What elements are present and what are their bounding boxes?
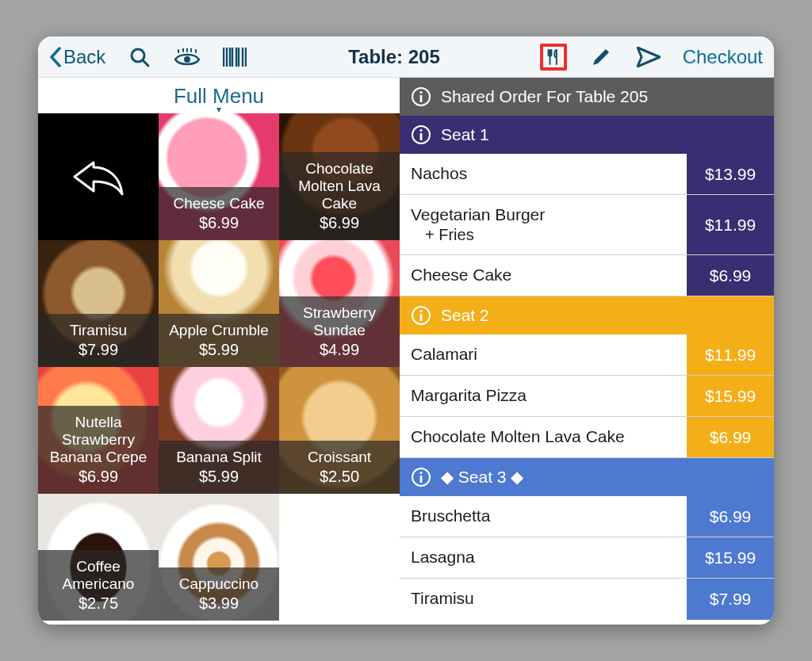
- line-price: $13.99: [687, 154, 774, 194]
- svg-rect-4: [420, 95, 423, 102]
- order-panel: Shared Order For Table 205 Seat 1 Nachos…: [400, 78, 774, 625]
- info-icon: [411, 305, 431, 326]
- search-icon[interactable]: [126, 44, 153, 71]
- menu-header[interactable]: Full Menu ▾: [38, 78, 400, 113]
- line-price: $15.99: [687, 376, 774, 416]
- menu-panel: Full Menu ▾ Cheese Cake$6.99 Chocolate M…: [38, 78, 400, 625]
- info-icon: [411, 467, 431, 487]
- top-bar: Back Table: 205 Checkout: [38, 36, 774, 78]
- checkout-button[interactable]: Checkout: [683, 46, 763, 68]
- order-header-label: Shared Order For Table 205: [441, 87, 648, 106]
- pos-screen: Back Table: 205 Checkout Full Menu: [38, 36, 774, 625]
- svg-rect-13: [420, 476, 423, 483]
- menu-item[interactable]: Banana Split$5.99: [159, 367, 279, 494]
- line-price: $7.99: [687, 579, 774, 620]
- order-line[interactable]: Cheese Cake$6.99: [400, 255, 774, 296]
- order-line[interactable]: Bruschetta$6.99: [400, 496, 774, 537]
- barcode-icon[interactable]: [221, 44, 248, 71]
- seat-header-1[interactable]: Seat 1: [400, 116, 774, 154]
- menu-back-tile[interactable]: [38, 113, 159, 240]
- send-icon[interactable]: [635, 44, 662, 71]
- menu-grid: Cheese Cake$6.99 Chocolate Molten Lava C…: [38, 113, 400, 625]
- svg-rect-10: [420, 314, 423, 321]
- order-line[interactable]: Chocolate Molten Lava Cake$6.99: [400, 417, 774, 458]
- line-price: $15.99: [687, 537, 774, 578]
- menu-item[interactable]: Chocolate Molten Lava Cake$6.99: [279, 113, 400, 240]
- svg-point-12: [419, 472, 422, 474]
- order-line[interactable]: Margarita Pizza$15.99: [400, 376, 774, 417]
- menu-item[interactable]: Coffee Americano$2.75: [38, 494, 159, 621]
- order-line[interactable]: Vegetarian Burger+ Fries$11.99: [400, 195, 774, 255]
- chevron-left-icon: [49, 47, 62, 67]
- info-icon: [411, 86, 431, 107]
- svg-point-1: [184, 56, 190, 63]
- seat-label: ◆ Seat 3 ◆: [441, 468, 523, 487]
- back-label: Back: [63, 46, 105, 68]
- svg-point-6: [419, 129, 422, 132]
- reply-arrow-icon: [70, 156, 127, 197]
- menu-item[interactable]: Cappuccino$3.99: [159, 494, 279, 621]
- seat-header-3[interactable]: ◆ Seat 3 ◆: [400, 458, 774, 496]
- order-line[interactable]: Tiramisu$7.99: [400, 579, 774, 620]
- back-button[interactable]: Back: [49, 46, 105, 68]
- menu-item[interactable]: Strawberry Sundae$4.99: [279, 240, 400, 367]
- edit-icon[interactable]: [588, 44, 615, 71]
- menu-item[interactable]: Tiramisu$7.99: [38, 240, 159, 367]
- order-line[interactable]: Lasagna$15.99: [400, 537, 774, 579]
- svg-point-9: [419, 310, 422, 312]
- menu-item[interactable]: Apple Crumble$5.99: [159, 240, 279, 367]
- menu-item[interactable]: Cheese Cake$6.99: [159, 113, 279, 240]
- dine-in-icon[interactable]: [540, 44, 567, 71]
- seat-label: Seat 1: [441, 125, 489, 144]
- order-header[interactable]: Shared Order For Table 205: [400, 78, 774, 116]
- order-line[interactable]: Nachos$13.99: [400, 154, 774, 195]
- line-price: $6.99: [687, 255, 774, 296]
- line-price: $11.99: [687, 334, 774, 375]
- svg-rect-7: [420, 133, 423, 140]
- line-price: $6.99: [687, 496, 774, 537]
- eye-icon[interactable]: [174, 44, 201, 71]
- body: Full Menu ▾ Cheese Cake$6.99 Chocolate M…: [38, 78, 774, 625]
- table-title: Table: 205: [348, 46, 440, 68]
- line-price: $11.99: [687, 195, 774, 254]
- info-icon: [411, 124, 431, 145]
- seat-label: Seat 2: [441, 306, 489, 325]
- seat-header-2[interactable]: Seat 2: [400, 296, 774, 334]
- menu-item-empty: [279, 494, 400, 621]
- svg-point-3: [419, 91, 422, 94]
- order-line[interactable]: Calamari$11.99: [400, 334, 774, 376]
- menu-item[interactable]: Croissant$2.50: [279, 367, 400, 494]
- line-price: $6.99: [687, 417, 774, 457]
- menu-item[interactable]: Nutella Strawberry Banana Crepe$6.99: [38, 367, 159, 494]
